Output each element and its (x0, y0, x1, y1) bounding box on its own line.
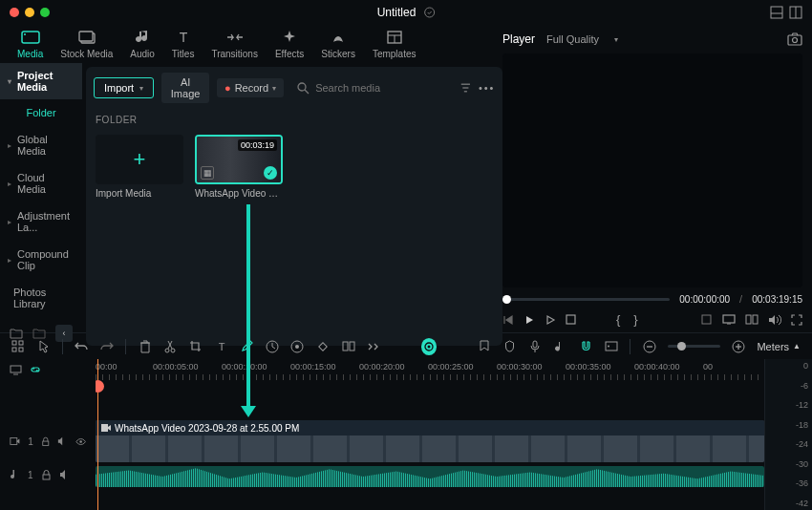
delete-button[interactable] (138, 339, 152, 354)
svg-point-13 (298, 83, 306, 91)
import-button[interactable]: Import ▾ (94, 77, 154, 98)
add-to-timeline-icon[interactable]: ▦ (201, 166, 214, 180)
sync-icon (423, 7, 435, 18)
shield-button[interactable] (502, 339, 517, 354)
player-viewport[interactable] (502, 53, 802, 287)
current-time: 00:00:00:00 (679, 294, 730, 305)
audio-track-header[interactable]: 1 (0, 464, 96, 485)
meters-toggle[interactable]: Meters ▲ (757, 341, 801, 352)
filter-icon[interactable] (460, 81, 471, 95)
mute-icon[interactable] (57, 436, 67, 446)
crop-tool[interactable] (189, 339, 203, 354)
ai-image-button[interactable]: AI Image (161, 73, 209, 103)
svg-rect-39 (606, 342, 617, 351)
sidebar-item-compound-clip[interactable]: Compound Clip (0, 241, 82, 279)
player-scrubber[interactable] (502, 298, 670, 301)
tab-transitions[interactable]: Transitions (211, 29, 258, 59)
visibility-icon[interactable] (75, 437, 86, 446)
mark-out-button[interactable]: } (633, 312, 637, 327)
more-tools-button[interactable] (367, 339, 381, 354)
volume-button[interactable] (768, 314, 781, 326)
text-button[interactable]: T (214, 339, 228, 354)
mute-icon[interactable] (59, 470, 71, 479)
split-button[interactable] (163, 339, 178, 354)
video-track-lane[interactable]: WhatsApp Video 2023-09-28 at 2.55.00 PM (96, 418, 764, 464)
redo-button[interactable] (100, 339, 115, 354)
video-track-header[interactable]: 1 (0, 418, 96, 464)
video-clip[interactable]: WhatsApp Video 2023-09-28 at 2.55.00 PM (96, 420, 764, 462)
mark-in-button[interactable]: { (616, 312, 620, 327)
tab-effects[interactable]: Effects (275, 29, 304, 59)
new-folder-icon[interactable] (10, 328, 23, 339)
link-icon[interactable] (30, 364, 41, 375)
project-media-header[interactable]: ▾ Project Media (0, 63, 82, 99)
tab-label: Stickers (321, 49, 355, 59)
timeline-ruler[interactable]: 00:00 00:00:05:00 00:00:10:00 00:00:15:0… (96, 359, 764, 380)
lock-icon[interactable] (41, 470, 52, 480)
play-button[interactable] (524, 314, 535, 326)
zoom-out-button[interactable] (642, 339, 656, 354)
speed-button[interactable] (265, 339, 279, 354)
tab-label: Effects (275, 49, 304, 59)
audio-clip[interactable] (96, 466, 764, 487)
window-close[interactable] (10, 8, 19, 17)
crop-button[interactable] (700, 313, 713, 326)
tab-titles[interactable]: T Titles (172, 29, 195, 59)
audio-mixer-button[interactable] (553, 339, 567, 354)
svg-rect-23 (12, 341, 16, 345)
layout-icon-2[interactable] (789, 6, 802, 19)
select-tool[interactable] (11, 339, 26, 354)
record-button[interactable]: ● Record ▾ (217, 78, 284, 97)
keyframe-button[interactable] (316, 339, 331, 354)
tab-stock-media[interactable]: Stock Media (60, 29, 113, 59)
lock-icon[interactable] (41, 436, 51, 447)
new-folder-plus-icon[interactable] (32, 328, 46, 339)
annotation-arrow (246, 204, 250, 408)
layout-icon-1[interactable] (770, 6, 783, 19)
zoom-in-button[interactable] (732, 339, 746, 354)
voiceover-button[interactable] (528, 339, 543, 354)
folder-label[interactable]: Folder (0, 99, 82, 126)
video-track-icon (10, 436, 20, 446)
sidebar-item-photos-library[interactable]: Photos Library (0, 279, 82, 317)
track-display-icon[interactable] (10, 365, 22, 375)
audio-track-lane[interactable] (96, 464, 764, 489)
snapshot-button[interactable] (787, 32, 802, 46)
collapse-sidebar-button[interactable]: ‹ (55, 325, 73, 342)
window-minimize[interactable] (25, 8, 34, 17)
tab-media[interactable]: Media (17, 29, 43, 59)
render-button[interactable] (605, 339, 619, 354)
prev-frame-button[interactable] (502, 314, 514, 326)
sidebar-item-cloud-media[interactable]: Cloud Media (0, 164, 82, 202)
stop-button[interactable] (566, 314, 576, 325)
sidebar-item-global-media[interactable]: Global Media (0, 126, 82, 164)
magnetic-button[interactable] (579, 339, 593, 354)
undo-button[interactable] (75, 339, 89, 354)
quality-select[interactable]: Full Quality ▾ (546, 33, 618, 45)
play-reverse-button[interactable] (545, 314, 556, 326)
tab-templates[interactable]: Templates (373, 29, 417, 59)
titles-icon: T (173, 29, 194, 46)
display-button[interactable] (722, 314, 736, 325)
zoom-slider[interactable] (668, 345, 720, 348)
compare-button[interactable] (745, 314, 759, 325)
ai-button[interactable] (421, 338, 437, 355)
search-input[interactable] (315, 82, 447, 94)
tab-audio[interactable]: Audio (130, 29, 155, 59)
svg-rect-33 (319, 342, 327, 350)
media-thumb-whatsapp-video[interactable]: 00:03:19 ▦ ✓ WhatsApp Video 202... (195, 135, 283, 199)
media-icon (20, 29, 41, 46)
tab-stickers[interactable]: Stickers (321, 29, 355, 59)
svg-point-27 (165, 349, 169, 352)
sidebar-item-adjustment-layers[interactable]: Adjustment La... (0, 202, 82, 241)
playhead[interactable] (97, 359, 98, 510)
tab-label: Stock Media (60, 49, 113, 59)
import-media-tile[interactable]: + Import Media (96, 135, 183, 199)
stock-media-icon (76, 29, 97, 46)
marker-button[interactable] (478, 339, 492, 354)
color-button[interactable] (290, 339, 305, 354)
fullscreen-button[interactable] (791, 314, 802, 326)
pointer-tool[interactable] (37, 339, 52, 354)
group-button[interactable] (341, 339, 355, 354)
window-maximize[interactable] (40, 8, 50, 17)
